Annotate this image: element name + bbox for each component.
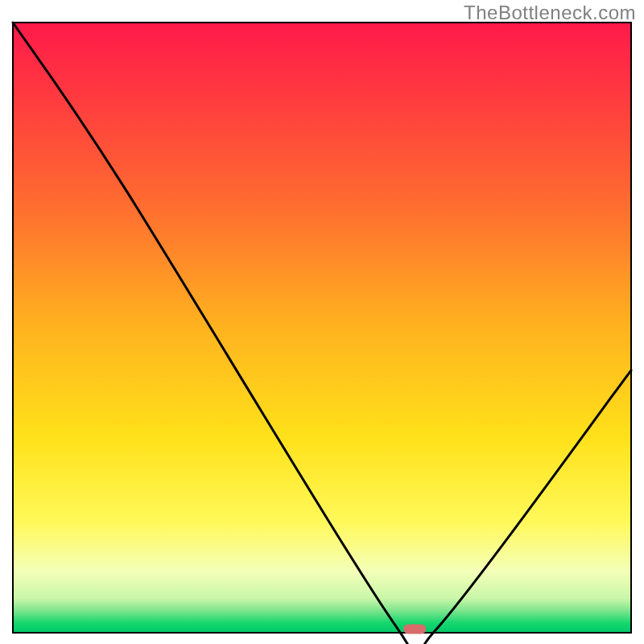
bottleneck-chart xyxy=(0,0,644,644)
watermark-text: TheBottleneck.com xyxy=(464,2,636,24)
gradient-background xyxy=(14,23,630,632)
chart-stage: TheBottleneck.com xyxy=(0,0,644,644)
optimum-marker xyxy=(403,624,426,634)
